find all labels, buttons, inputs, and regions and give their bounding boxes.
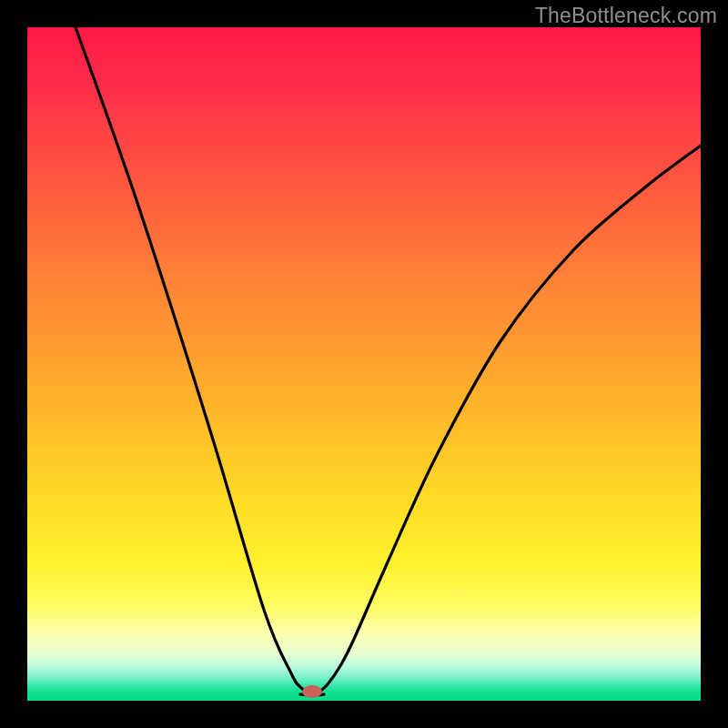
plot-area [27,27,701,701]
apex-marker [302,685,322,698]
watermark-text: TheBottleneck.com [535,4,717,28]
curve-layer [27,27,701,701]
chart-frame: TheBottleneck.com [0,0,728,728]
bottleneck-curve [76,27,701,695]
